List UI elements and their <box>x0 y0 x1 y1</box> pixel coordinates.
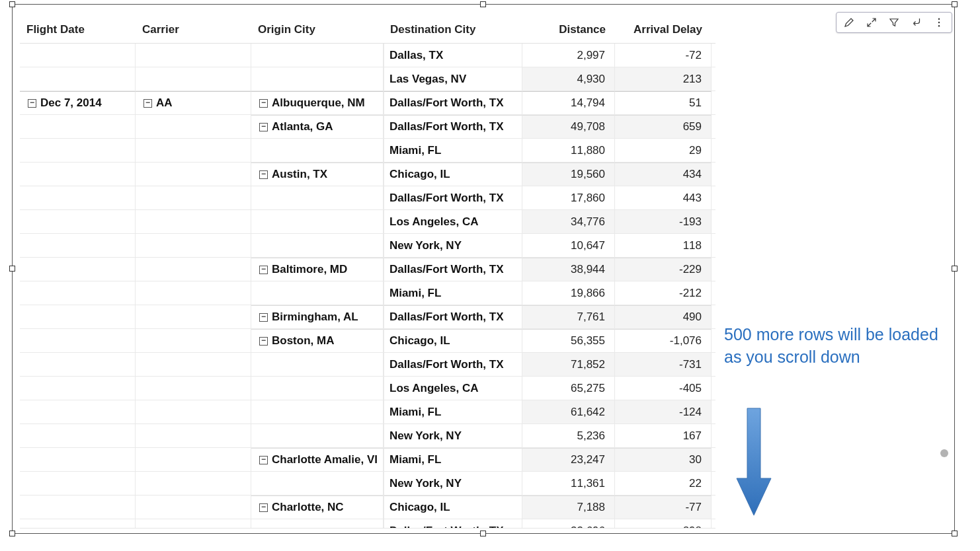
table-row[interactable]: Miami, FL61,642-124 <box>20 400 715 424</box>
resize-handle-bm[interactable] <box>480 531 486 536</box>
resize-handle-tm[interactable] <box>480 1 486 7</box>
cell-carrier <box>136 210 251 233</box>
table-row[interactable]: Dec 7, 2014AAAlbuquerque, NMDallas/Fort … <box>20 91 715 115</box>
menu-button[interactable] <box>932 15 946 30</box>
cell-flight-date <box>20 329 136 352</box>
cell-destination: Los Angeles, CA <box>384 210 522 233</box>
cell-origin: Charlotte, NC <box>251 496 384 519</box>
cell-distance: 7,761 <box>522 305 615 328</box>
cell-delay: -72 <box>615 44 712 67</box>
cell-flight-date <box>20 448 136 471</box>
header-carrier[interactable]: Carrier <box>136 23 251 36</box>
table-row[interactable]: Los Angeles, CA65,275-405 <box>20 377 715 400</box>
collapse-icon[interactable] <box>259 456 268 464</box>
collapse-icon[interactable] <box>259 266 268 274</box>
table-row[interactable]: New York, NY10,647118 <box>20 234 715 258</box>
cell-destination: Dallas/Fort Worth, TX <box>384 353 522 376</box>
cell-carrier <box>136 496 251 519</box>
table-row[interactable]: Los Angeles, CA34,776-193 <box>20 210 715 234</box>
cell-carrier <box>136 305 251 328</box>
cell-delay: -229 <box>615 258 712 281</box>
cell-carrier <box>136 400 251 423</box>
table-body[interactable]: Dallas, TX2,997-72Las Vegas, NV4,930213D… <box>20 44 715 529</box>
cell-delay: 30 <box>615 448 712 471</box>
header-arrival-delay[interactable]: Arrival Delay <box>615 23 712 36</box>
table-row[interactable]: Atlanta, GADallas/Fort Worth, TX49,70865… <box>20 115 715 139</box>
cell-destination: Chicago, IL <box>384 329 522 352</box>
cell-carrier <box>136 139 251 162</box>
cell-delay: -212 <box>615 281 712 305</box>
focus-button[interactable] <box>909 15 924 30</box>
table-row[interactable]: Dallas/Fort Worth, TX17,860443 <box>20 186 715 210</box>
resize-handle-mr[interactable] <box>952 266 958 272</box>
flight-date-label: Dec 7, 2014 <box>40 96 102 110</box>
cell-origin: Albuquerque, NM <box>251 91 384 114</box>
origin-label: Charlotte, NC <box>272 501 344 514</box>
cell-delay: 51 <box>615 91 712 114</box>
cell-carrier <box>136 377 251 400</box>
table-row[interactable]: New York, NY5,236167 <box>20 424 715 448</box>
resize-handle-bl[interactable] <box>9 531 15 536</box>
pivot-table[interactable]: Flight Date Carrier Origin City Destinat… <box>20 16 715 529</box>
collapse-icon[interactable] <box>143 99 152 108</box>
cell-delay: -1,076 <box>615 329 712 352</box>
cell-delay: -77 <box>615 496 712 519</box>
table-row[interactable]: Dallas/Fort Worth. TX33.696-298 <box>20 519 715 529</box>
cell-distance: 49,708 <box>522 115 615 138</box>
cell-origin <box>251 67 384 91</box>
collapse-icon[interactable] <box>259 123 268 131</box>
resize-handle-tr[interactable] <box>952 1 958 7</box>
table-row[interactable]: Dallas/Fort Worth, TX71,852-731 <box>20 353 715 377</box>
collapse-icon[interactable] <box>259 313 268 322</box>
cell-flight-date <box>20 377 136 400</box>
resize-handle-tl[interactable] <box>9 1 15 7</box>
resize-handle-ml[interactable] <box>9 266 15 272</box>
cell-flight-date <box>20 305 136 328</box>
table-row[interactable]: Baltimore, MDDallas/Fort Worth, TX38,944… <box>20 258 715 281</box>
cell-carrier <box>136 67 251 91</box>
table-row[interactable]: Miami, FL19,866-212 <box>20 281 715 305</box>
cell-delay: -405 <box>615 377 712 400</box>
table-row[interactable]: Birmingham, ALDallas/Fort Worth, TX7,761… <box>20 305 715 329</box>
expand-button[interactable] <box>864 15 879 30</box>
cell-flight-date <box>20 44 136 67</box>
table-row[interactable]: Dallas, TX2,997-72 <box>20 44 715 67</box>
header-distance[interactable]: Distance <box>522 23 615 36</box>
cell-destination: Dallas/Fort Worth, TX <box>384 305 522 328</box>
table-row[interactable]: Boston, MAChicago, IL56,355-1,076 <box>20 329 715 353</box>
collapse-icon[interactable] <box>28 99 36 108</box>
edit-button[interactable] <box>842 15 856 30</box>
table-row[interactable]: Charlotte Amalie, VIMiami, FL23,24730 <box>20 448 715 472</box>
header-origin-city[interactable]: Origin City <box>251 23 384 36</box>
cell-destination: Dallas/Fort Worth, TX <box>384 186 522 209</box>
cell-distance: 14,794 <box>522 91 615 114</box>
cell-delay: 167 <box>615 424 712 447</box>
cell-origin <box>251 139 384 162</box>
table-row[interactable]: Austin, TXChicago, IL19,560434 <box>20 163 715 186</box>
filter-button[interactable] <box>887 15 901 30</box>
collapse-icon[interactable] <box>259 337 268 346</box>
cell-destination: Chicago, IL <box>384 163 522 186</box>
collapse-icon[interactable] <box>259 170 268 179</box>
table-row[interactable]: Miami, FL11,88029 <box>20 139 715 163</box>
cell-distance: 19,560 <box>522 163 615 186</box>
origin-label: Baltimore, MD <box>272 263 347 276</box>
cell-carrier <box>136 44 251 67</box>
table-row[interactable]: Charlotte, NCChicago, IL7,188-77 <box>20 496 715 519</box>
return-icon <box>911 17 922 28</box>
origin-label: Boston, MA <box>272 334 334 348</box>
cell-origin <box>251 234 384 257</box>
carrier-label: AA <box>156 96 173 110</box>
cell-destination: Dallas/Fort Worth, TX <box>384 91 522 114</box>
collapse-icon[interactable] <box>259 99 268 108</box>
collapse-icon[interactable] <box>259 503 268 512</box>
header-flight-date[interactable]: Flight Date <box>20 23 136 36</box>
origin-label: Birmingham, AL <box>272 311 358 324</box>
table-row[interactable]: New York, NY11,36122 <box>20 472 715 496</box>
table-row[interactable]: Las Vegas, NV4,930213 <box>20 67 715 91</box>
cell-carrier <box>136 115 251 138</box>
header-destination[interactable]: Destination City <box>384 23 522 36</box>
resize-handle-br[interactable] <box>952 531 958 536</box>
cell-flight-date <box>20 186 136 209</box>
cell-distance: 5,236 <box>522 424 615 447</box>
